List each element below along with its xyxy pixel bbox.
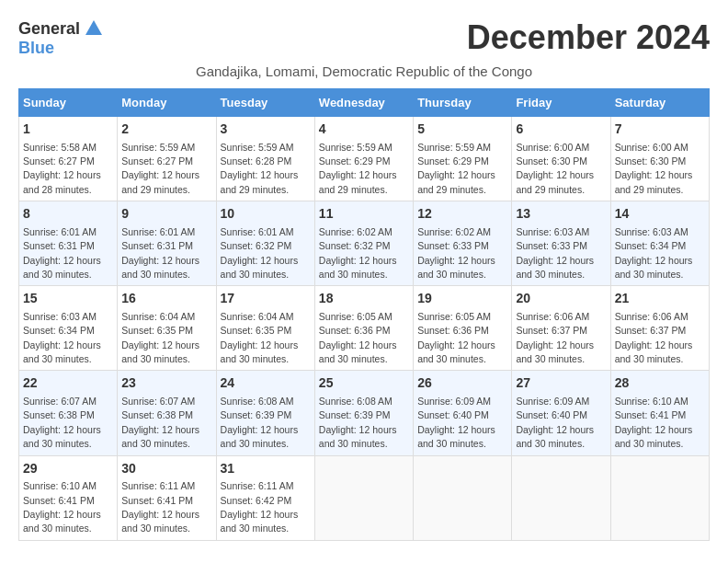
table-row: 28 Sunrise: 6:10 AMSunset: 6:41 PMDaylig… — [610, 371, 709, 455]
table-row: 22 Sunrise: 6:07 AMSunset: 6:38 PMDaylig… — [19, 371, 118, 455]
table-row: 7 Sunrise: 6:00 AMSunset: 6:30 PMDayligh… — [610, 117, 709, 201]
logo-icon — [84, 18, 104, 39]
table-row: 13 Sunrise: 6:03 AMSunset: 6:33 PMDaylig… — [512, 201, 610, 286]
calendar-header: Sunday Monday Tuesday Wednesday Thursday… — [19, 89, 710, 117]
month-title: December 2024 — [467, 18, 710, 57]
table-row: 18 Sunrise: 6:05 AMSunset: 6:36 PMDaylig… — [314, 286, 413, 371]
table-row: 20 Sunrise: 6:06 AMSunset: 6:37 PMDaylig… — [512, 286, 610, 371]
table-row — [414, 455, 512, 540]
col-saturday: Saturday — [610, 89, 709, 117]
table-row: 23 Sunrise: 6:07 AMSunset: 6:38 PMDaylig… — [118, 371, 216, 455]
table-row: 26 Sunrise: 6:09 AMSunset: 6:40 PMDaylig… — [414, 371, 512, 455]
table-row: 5 Sunrise: 5:59 AMSunset: 6:29 PMDayligh… — [414, 117, 512, 201]
table-row: 15 Sunrise: 6:03 AMSunset: 6:34 PMDaylig… — [19, 286, 118, 371]
table-row: 1 Sunrise: 5:58 AMSunset: 6:27 PMDayligh… — [19, 117, 118, 201]
header-row: Sunday Monday Tuesday Wednesday Thursday… — [19, 89, 710, 117]
table-row: 14 Sunrise: 6:03 AMSunset: 6:34 PMDaylig… — [610, 201, 709, 286]
col-monday: Monday — [118, 89, 216, 117]
page-header: General Blue December 2024 — [18, 18, 710, 58]
table-row: 16 Sunrise: 6:04 AMSunset: 6:35 PMDaylig… — [118, 286, 216, 371]
page-subtitle: Gandajika, Lomami, Democratic Republic o… — [18, 63, 710, 79]
table-row: 29 Sunrise: 6:10 AMSunset: 6:41 PMDaylig… — [19, 455, 118, 540]
table-row: 11 Sunrise: 6:02 AMSunset: 6:32 PMDaylig… — [314, 201, 413, 286]
calendar-body: 1 Sunrise: 5:58 AMSunset: 6:27 PMDayligh… — [19, 117, 710, 541]
table-row: 27 Sunrise: 6:09 AMSunset: 6:40 PMDaylig… — [512, 371, 610, 455]
table-row: 6 Sunrise: 6:00 AMSunset: 6:30 PMDayligh… — [512, 117, 610, 201]
table-row: 30 Sunrise: 6:11 AMSunset: 6:41 PMDaylig… — [118, 455, 216, 540]
table-row: 31 Sunrise: 6:11 AMSunset: 6:42 PMDaylig… — [216, 455, 314, 540]
col-friday: Friday — [512, 89, 610, 117]
table-row: 3 Sunrise: 5:59 AMSunset: 6:28 PMDayligh… — [216, 117, 314, 201]
table-row: 4 Sunrise: 5:59 AMSunset: 6:29 PMDayligh… — [314, 117, 413, 201]
table-row: 2 Sunrise: 5:59 AMSunset: 6:27 PMDayligh… — [118, 117, 216, 201]
table-row — [512, 455, 610, 540]
table-row: 12 Sunrise: 6:02 AMSunset: 6:33 PMDaylig… — [414, 201, 512, 286]
table-row — [610, 455, 709, 540]
table-row: 8 Sunrise: 6:01 AMSunset: 6:31 PMDayligh… — [19, 201, 118, 286]
table-row: 25 Sunrise: 6:08 AMSunset: 6:39 PMDaylig… — [314, 371, 413, 455]
table-row: 24 Sunrise: 6:08 AMSunset: 6:39 PMDaylig… — [216, 371, 314, 455]
logo: General Blue — [18, 18, 104, 58]
logo-general: General — [18, 19, 80, 39]
calendar-table: Sunday Monday Tuesday Wednesday Thursday… — [18, 88, 710, 541]
col-tuesday: Tuesday — [216, 89, 314, 117]
table-row: 19 Sunrise: 6:05 AMSunset: 6:36 PMDaylig… — [414, 286, 512, 371]
table-row — [314, 455, 413, 540]
col-sunday: Sunday — [19, 89, 118, 117]
svg-marker-0 — [85, 20, 102, 35]
table-row: 9 Sunrise: 6:01 AMSunset: 6:31 PMDayligh… — [118, 201, 216, 286]
logo-blue: Blue — [18, 39, 54, 58]
table-row: 21 Sunrise: 6:06 AMSunset: 6:37 PMDaylig… — [610, 286, 709, 371]
table-row: 10 Sunrise: 6:01 AMSunset: 6:32 PMDaylig… — [216, 201, 314, 286]
table-row: 17 Sunrise: 6:04 AMSunset: 6:35 PMDaylig… — [216, 286, 314, 371]
col-thursday: Thursday — [414, 89, 512, 117]
col-wednesday: Wednesday — [314, 89, 413, 117]
